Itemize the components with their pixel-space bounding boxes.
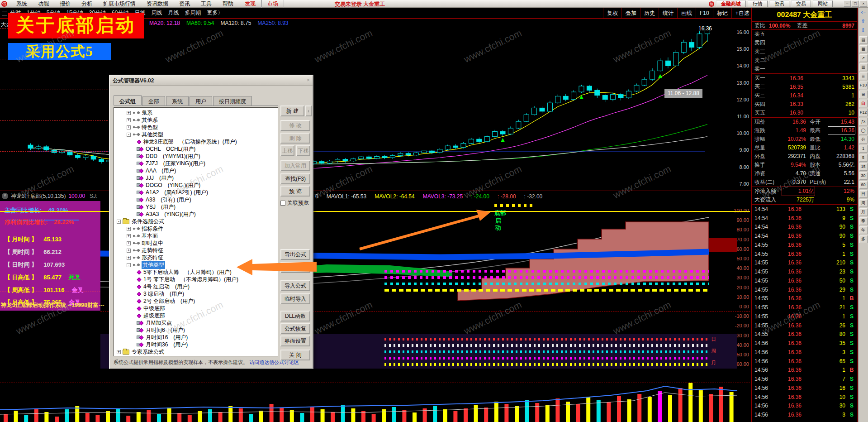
tree-label[interactable]: A33 (引有) (用户)	[146, 196, 191, 204]
side-icon-◯[interactable]: ◯	[859, 127, 868, 134]
side-icon-ƒx[interactable]: ƒx	[859, 118, 868, 125]
expand-icon[interactable]: +	[127, 111, 131, 115]
tree-label[interactable]: ZJZJ (庄家YING)(用户)	[146, 160, 205, 168]
tree-label[interactable]: 月时间6 (用户)	[146, 326, 185, 334]
expand-icon[interactable]: -	[127, 263, 131, 267]
import-button[interactable]: 导入公式	[280, 280, 310, 291]
tree-label[interactable]: 形态特征	[142, 254, 163, 262]
dialog-tab-公式组[interactable]: 公式组	[114, 95, 142, 105]
tree-label[interactable]: 其他类型	[142, 261, 165, 269]
menu-发现[interactable]: 发现	[239, 0, 261, 8]
tree-label[interactable]: 月M加买点	[146, 319, 172, 327]
brand-交易[interactable]: 交易	[791, 0, 811, 7]
menu-帮助[interactable]: 帮助	[217, 0, 239, 8]
side-icon-自[interactable]: 自	[859, 100, 868, 107]
temp-import-button[interactable]: 临时导入	[280, 293, 310, 304]
modify-button[interactable]: 修 改	[280, 120, 310, 131]
move-down-button[interactable]: 下移	[296, 145, 310, 156]
add-favorite-button[interactable]: 加入常用	[280, 160, 310, 171]
side-icon-▦[interactable]: ▦	[859, 45, 868, 53]
forum-link[interactable]: 访问通达信公式讨论区	[249, 360, 299, 365]
window-control[interactable]: ×	[860, 0, 867, 7]
side-icon-≣[interactable]: ≣	[859, 72, 868, 80]
side-icon-F10[interactable]: F10	[859, 82, 868, 89]
menu-资讯数据[interactable]: 资讯数据	[141, 0, 174, 8]
toolbtn-画线[interactable]: 画线	[678, 8, 696, 18]
tree-row[interactable]: +特色型	[114, 124, 278, 131]
tree-label[interactable]: 3 绿启动 (用户)	[143, 290, 184, 298]
toolbtn-历史[interactable]: 历史	[640, 8, 659, 18]
toolbtn-叠加[interactable]: 叠加	[622, 8, 640, 18]
tree-label[interactable]: 其他类型	[142, 131, 163, 139]
tree-row[interactable]: 3 绿启动 (用户)	[114, 290, 278, 297]
tree-label[interactable]: 鬼系	[142, 109, 152, 117]
tree-row[interactable]: A3A3 (YING)(用户)	[114, 211, 278, 218]
tree-label[interactable]: JJJ (用户)	[146, 174, 174, 182]
tree-row[interactable]: 2号 全部启动 (用户)	[114, 297, 278, 305]
menu-资讯[interactable]: 资讯	[174, 0, 195, 8]
side-icon-15[interactable]: 15	[859, 163, 868, 171]
tree-row[interactable]: +鬼系	[114, 109, 278, 116]
period-多周期[interactable]: 多周期	[185, 9, 201, 17]
tree-label[interactable]: 月时间36 (用户)	[146, 341, 188, 349]
side-icon-月[interactable]: 月	[859, 208, 868, 216]
side-icon-F12[interactable]: F12	[859, 109, 868, 116]
tree-row[interactable]: 神龙3庄底部 （启动操作系统）(用户)	[114, 138, 278, 145]
expand-icon[interactable]: -	[127, 133, 131, 137]
tree-row[interactable]: 超级底部	[114, 312, 278, 319]
volume-pane[interactable]	[0, 383, 751, 422]
brand-行情[interactable]: 行情	[748, 0, 768, 7]
menu-系统[interactable]: 系统	[11, 0, 33, 8]
tree-label[interactable]: 专家系统公式	[132, 348, 164, 356]
toolbtn-+自选[interactable]: +自选	[732, 8, 754, 18]
dll-function-button[interactable]: DLL函数	[280, 311, 310, 321]
find-button[interactable]: 查找(F3)	[280, 173, 310, 184]
tree-label[interactable]: 中级底部	[143, 305, 165, 312]
quick-export-button[interactable]: 快速导出	[280, 262, 310, 273]
export-button[interactable]: 导出公式	[280, 249, 310, 260]
menu-工具[interactable]: 工具	[195, 0, 217, 8]
window-control[interactable]: –	[844, 0, 851, 7]
tree-label[interactable]: A1A2 (周A1A2引) (用户)	[146, 189, 208, 197]
window-icon[interactable]	[2, 11, 7, 15]
menu-分析[interactable]: 分析	[76, 0, 98, 8]
side-icon-1[interactable]: 1	[859, 145, 868, 153]
tree-row[interactable]: OCHL OCHL(用户)	[114, 145, 278, 153]
side-icon-30[interactable]: 30	[859, 172, 868, 180]
tree-row[interactable]: AAA (用户)	[114, 167, 278, 174]
tree-row[interactable]: 月时间36 (用户)	[114, 341, 278, 348]
tree-label[interactable]: 其他系	[142, 116, 158, 124]
tree-label[interactable]: 2号 全部启动 (用户)	[143, 297, 195, 305]
side-icon-⇩[interactable]: ⇩	[859, 27, 868, 35]
tree-row[interactable]: +走势特征	[114, 247, 278, 254]
tree-row[interactable]: -其他类型	[114, 261, 278, 269]
expand-icon[interactable]: +	[127, 118, 131, 122]
expand-icon[interactable]: +	[127, 227, 131, 231]
tree-row[interactable]: DOGO (YING )(用户)	[114, 182, 278, 189]
expand-icon[interactable]: +	[127, 125, 131, 129]
tree-label[interactable]: DOGO (YING )(用户)	[146, 182, 200, 189]
tree-label[interactable]: DDD (YMYM1)(用户)	[146, 153, 200, 160]
side-icon-⇦[interactable]: ⇦	[859, 9, 868, 17]
expand-icon[interactable]: +	[117, 350, 121, 354]
tree-row[interactable]: 月M加买点	[114, 319, 278, 326]
menu-市场[interactable]: 市场	[261, 0, 284, 8]
tree-label[interactable]: 神龙3庄底部 （启动操作系统）(用户)	[143, 138, 237, 146]
tree-row[interactable]: JJJ (用户)	[114, 174, 278, 182]
toolbtn-统计[interactable]: 统计	[659, 8, 678, 18]
side-icon-日[interactable]: 日	[859, 190, 868, 198]
tree-label[interactable]: 5零下启动大筹 （大月筹码）(用户)	[143, 269, 232, 276]
tree-label[interactable]: 指标条件	[142, 225, 163, 233]
side-icon-▥[interactable]: ▥	[859, 63, 868, 71]
tree-row[interactable]: 1号 零下启动 （不考虑月筹码）(用户)	[114, 276, 278, 283]
ui-settings-button[interactable]: 界面设置	[280, 336, 310, 346]
tree-row[interactable]: DDD (YMYM1)(用户)	[114, 153, 278, 160]
dialog-tab-系统[interactable]: 系统	[166, 96, 189, 106]
new-dropdown-button[interactable]: ↓	[305, 106, 312, 116]
tree-row[interactable]: +专家系统公式	[114, 348, 278, 355]
tree-label[interactable]: AAA (用户)	[146, 167, 176, 175]
new-button[interactable]: 新 建	[280, 106, 304, 116]
tree-label[interactable]: YSJ (用户)	[146, 203, 175, 211]
link-preview-checkbox[interactable]: 关联预览	[280, 199, 309, 207]
side-icon-多[interactable]: 多	[859, 235, 868, 243]
